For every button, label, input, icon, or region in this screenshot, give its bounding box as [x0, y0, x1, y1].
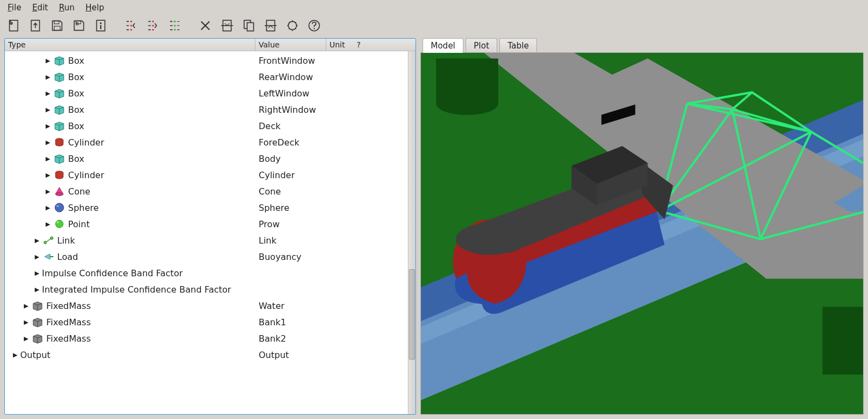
tab-plot[interactable]: Plot	[466, 38, 497, 53]
help-icon[interactable]	[306, 17, 322, 34]
tree-value-label: Bank1	[259, 317, 286, 327]
svg-rect-10	[100, 25, 101, 29]
tree-row[interactable]: ▶SphereSphere	[5, 199, 408, 216]
tree-value-label: ForeDeck	[259, 137, 299, 148]
menu-run[interactable]: Run	[54, 2, 79, 14]
box-icon	[53, 87, 66, 100]
tree-row[interactable]: ▶Integrated Impulse Confidence Band Fact…	[5, 281, 408, 297]
menubar: File Edit Run Help	[0, 0, 868, 15]
expander-icon[interactable]: ▶	[44, 220, 52, 228]
column-type[interactable]: Type	[5, 39, 255, 51]
expander-icon[interactable]: ▶	[11, 351, 19, 359]
save-as-icon[interactable]	[71, 17, 87, 34]
new-file-icon[interactable]	[5, 17, 22, 34]
tree-list-icon[interactable]	[167, 17, 183, 34]
tree-value-label: RightWindow	[259, 105, 316, 115]
svg-point-19	[174, 29, 175, 31]
column-value[interactable]: Value	[255, 39, 326, 51]
tree-row[interactable]: ▶FixedMassBank2	[5, 330, 408, 347]
tree-value-label: Prow	[259, 219, 279, 229]
paste-icon[interactable]	[262, 17, 279, 34]
tree-value-label: FrontWindow	[259, 56, 315, 66]
svg-point-13	[130, 29, 132, 31]
tree-row[interactable]: ▶PointProw	[5, 216, 408, 232]
expander-icon[interactable]: ▶	[44, 171, 52, 179]
tab-model[interactable]: Model	[423, 38, 463, 53]
expand-tree-icon[interactable]	[145, 17, 161, 34]
model-viewport[interactable]	[420, 52, 864, 415]
copy-icon[interactable]	[241, 17, 257, 34]
tree-type-label: Cone	[68, 186, 259, 197]
svg-point-40	[456, 223, 523, 255]
tree-row[interactable]: ▶FixedMassWater	[5, 297, 408, 314]
cylinder-icon	[53, 168, 66, 181]
tree-row[interactable]: ▶BoxRightWindow	[5, 101, 408, 118]
tree-type-label: Box	[68, 154, 259, 164]
cut-icon[interactable]	[219, 17, 235, 34]
expander-icon[interactable]: ▶	[22, 335, 30, 342]
svg-rect-35	[823, 307, 864, 374]
toolbar	[0, 15, 868, 38]
tree-row[interactable]: ▶BoxFrontWindow	[5, 52, 408, 69]
tree-row[interactable]: ▶CylinderCylinder	[5, 167, 408, 183]
tree-row[interactable]: ▶ConeCone	[5, 183, 408, 199]
expander-icon[interactable]: ▶	[22, 318, 30, 326]
tree-row[interactable]: ▶BoxRearWindow	[5, 69, 408, 85]
tree-row[interactable]: ▶BoxLeftWindow	[5, 85, 408, 101]
collapse-tree-icon[interactable]	[123, 17, 139, 34]
expander-icon[interactable]: ▶	[44, 204, 52, 211]
tab-table[interactable]: Table	[499, 38, 537, 53]
tree-row[interactable]: ▶CylinderForeDeck	[5, 134, 408, 150]
save-icon[interactable]	[49, 17, 65, 34]
tree-value-label: Cone	[259, 186, 281, 197]
delete-icon[interactable]	[197, 17, 213, 34]
svg-rect-22	[247, 23, 254, 31]
menu-help[interactable]: Help	[81, 2, 108, 14]
expander-icon[interactable]: ▶	[33, 269, 41, 277]
tree-row[interactable]: ▶BoxDeck	[5, 118, 408, 134]
svg-point-14	[152, 21, 154, 22]
tree-value-label: Water	[259, 301, 284, 311]
tree-type-label: Integrated Impulse Confidence Band Facto…	[42, 284, 259, 295]
expander-icon[interactable]: ▶	[44, 106, 52, 113]
expander-icon[interactable]: ▶	[44, 155, 52, 162]
expander-icon[interactable]: ▶	[44, 187, 52, 195]
tree-row[interactable]: ▶OutputOutput	[5, 347, 408, 363]
expander-icon[interactable]: ▶	[44, 138, 52, 146]
expander-icon[interactable]: ▶	[44, 57, 52, 64]
menu-file[interactable]: File	[3, 2, 26, 14]
tree-row[interactable]: ▶Impulse Confidence Band Factor	[5, 265, 408, 281]
tree-row[interactable]: ▶LinkLink	[5, 232, 408, 248]
tree-value-label: Buoyancy	[259, 252, 302, 262]
point-icon	[53, 217, 66, 230]
scrollbar[interactable]	[408, 51, 415, 414]
menu-edit[interactable]: Edit	[28, 2, 52, 14]
svg-point-18	[174, 25, 175, 26]
scrollbar-thumb[interactable]	[409, 269, 415, 360]
tree-body[interactable]: ▶BoxFrontWindow▶BoxRearWindow▶BoxLeftWin…	[5, 51, 408, 414]
expander-icon[interactable]: ▶	[44, 122, 52, 130]
graybox-icon	[31, 299, 44, 312]
info-icon[interactable]	[93, 17, 109, 34]
tree-row[interactable]: ▶LoadBuoyancy	[5, 248, 408, 265]
tree-row[interactable]: ▶FixedMassBank1	[5, 314, 408, 330]
tree-type-label: Point	[68, 219, 259, 229]
expander-icon[interactable]: ▶	[33, 253, 41, 260]
expander-icon[interactable]: ▶	[22, 302, 30, 309]
column-help[interactable]: ?	[353, 39, 415, 51]
box-icon	[53, 119, 66, 132]
expander-icon[interactable]: ▶	[33, 286, 41, 293]
column-unit[interactable]: Unit	[326, 39, 353, 51]
box-icon	[53, 54, 66, 67]
graybox-icon	[31, 315, 44, 329]
tree-type-label: Load	[57, 252, 259, 262]
link-icon	[42, 234, 55, 247]
open-file-icon[interactable]	[27, 17, 44, 34]
tree-row[interactable]: ▶BoxBody	[5, 150, 408, 167]
expander-icon[interactable]: ▶	[44, 89, 52, 97]
settings-icon[interactable]	[284, 17, 301, 34]
expander-icon[interactable]: ▶	[44, 73, 52, 81]
expander-icon[interactable]: ▶	[33, 236, 41, 244]
sphere-icon	[53, 201, 66, 214]
tree-type-label: Impulse Confidence Band Factor	[42, 268, 259, 278]
